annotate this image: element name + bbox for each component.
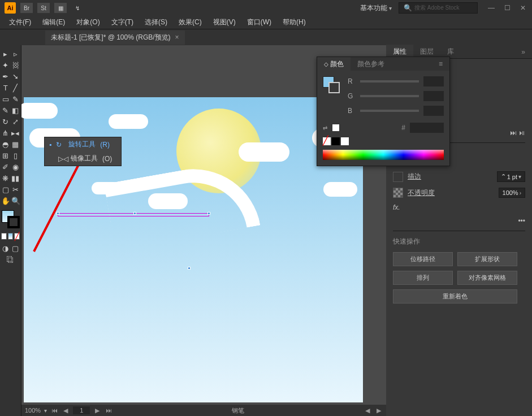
white-swatch[interactable] bbox=[341, 137, 349, 145]
stock-icon[interactable]: St bbox=[37, 3, 50, 13]
more-appearance-icon[interactable]: ••• bbox=[518, 217, 525, 225]
color-spectrum[interactable] bbox=[323, 150, 444, 160]
artboard-number[interactable]: 1 bbox=[73, 406, 90, 414]
menu-object[interactable]: 对象(O) bbox=[72, 16, 104, 28]
fill-stroke-swatch[interactable] bbox=[1, 210, 20, 228]
mesh-tool[interactable]: ⊞ bbox=[1, 150, 10, 161]
more-transform-icon[interactable]: ⏭ ⏯ bbox=[510, 129, 525, 137]
offset-path-button[interactable]: 位移路径 bbox=[393, 252, 453, 266]
cloud-shape[interactable] bbox=[239, 142, 289, 162]
type-tool[interactable]: T bbox=[1, 83, 10, 93]
close-button[interactable]: ✕ bbox=[518, 3, 527, 12]
rotate-tool[interactable]: ↻ bbox=[1, 116, 10, 127]
rectangle-tool[interactable]: ▭ bbox=[1, 94, 10, 104]
tab-color-guide[interactable]: 颜色参考 bbox=[351, 57, 391, 71]
flyout-mirror-tool[interactable]: ▷◁ 镜像工具 (O) bbox=[45, 151, 121, 166]
eraser-tool[interactable]: ◧ bbox=[11, 105, 20, 115]
eyedropper-tool[interactable]: ✐ bbox=[1, 162, 10, 172]
blend-tool[interactable]: ◉ bbox=[11, 162, 20, 172]
curvature-tool[interactable]: ➘ bbox=[11, 71, 20, 81]
menu-help[interactable]: 帮助(H) bbox=[278, 16, 310, 28]
magic-wand-tool[interactable]: ✦ bbox=[1, 60, 10, 70]
color-mode-none[interactable]: ╱ bbox=[14, 233, 20, 240]
stroke-weight-stepper[interactable]: ⌃1 pt▾ bbox=[497, 171, 525, 182]
anchor-point[interactable] bbox=[188, 267, 191, 270]
menu-effect[interactable]: 效果(C) bbox=[174, 16, 206, 28]
menu-select[interactable]: 选择(S) bbox=[140, 16, 172, 28]
scroll-left-icon[interactable]: ◀ bbox=[364, 406, 371, 414]
cloud-shape[interactable] bbox=[323, 182, 357, 197]
symbol-sprayer-tool[interactable]: ❋ bbox=[1, 173, 10, 183]
b-value[interactable] bbox=[423, 106, 444, 116]
gradient-tool[interactable]: ▯ bbox=[11, 150, 20, 161]
workspace-selector[interactable]: 基本功能 ▾ bbox=[353, 2, 399, 14]
color-panel[interactable]: ◇ 颜色 颜色参考 ≡ R G B ⇄ # ╱ bbox=[317, 57, 450, 166]
minimize-button[interactable]: — bbox=[487, 3, 496, 12]
scale-tool[interactable]: ⤢ bbox=[11, 116, 20, 127]
menu-view[interactable]: 视图(V) bbox=[209, 16, 240, 28]
swap-fill-stroke-icon[interactable]: ⇄ bbox=[323, 125, 327, 131]
stroke-swatch[interactable] bbox=[393, 172, 403, 182]
shape-builder-tool[interactable]: ◓ bbox=[1, 139, 10, 149]
draw-mode-icon[interactable]: ◑ bbox=[1, 243, 10, 253]
panel-expand-icon[interactable]: » bbox=[514, 46, 532, 58]
align-pixel-button[interactable]: 对齐像素网格 bbox=[457, 271, 517, 285]
menu-file[interactable]: 文件(F) bbox=[5, 16, 36, 28]
line-tool[interactable]: ╱ bbox=[11, 83, 20, 93]
paintbrush-tool[interactable]: ✎ bbox=[11, 94, 20, 104]
menu-edit[interactable]: 编辑(E) bbox=[38, 16, 70, 28]
g-slider[interactable] bbox=[360, 95, 419, 97]
black-swatch[interactable] bbox=[332, 137, 340, 145]
flyout-rotate-tool[interactable]: ▪ ↻ 旋转工具 (R) bbox=[45, 137, 121, 151]
expand-shape-button[interactable]: 扩展形状 bbox=[457, 252, 517, 266]
pen-tool[interactable]: ✒ bbox=[1, 71, 10, 81]
color-mode-normal[interactable] bbox=[1, 233, 7, 240]
screen-modes-icon[interactable]: ⿻ bbox=[2, 254, 20, 265]
document-tab[interactable]: 未标题-1 [已恢复]* @ 100% (RGB/预览) × bbox=[45, 31, 185, 45]
maximize-button[interactable]: ☐ bbox=[503, 3, 512, 12]
menu-type[interactable]: 文字(T) bbox=[107, 16, 138, 28]
graph-tool[interactable]: ▮▮ bbox=[11, 173, 20, 183]
color-mode-gradient[interactable] bbox=[8, 233, 14, 240]
first-artboard-icon[interactable]: ⏮ bbox=[50, 406, 58, 414]
opacity-swatch[interactable] bbox=[393, 188, 403, 198]
cloud-shape[interactable] bbox=[21, 103, 58, 119]
width-tool[interactable]: ⋔ bbox=[1, 128, 10, 138]
scroll-right-icon[interactable]: ▶ bbox=[375, 406, 383, 414]
selection-tool[interactable]: ▸ bbox=[1, 49, 10, 59]
lasso-tool[interactable]: ᯼ bbox=[11, 60, 20, 70]
panel-menu-icon[interactable]: ≡ bbox=[432, 58, 449, 70]
last-artboard-icon[interactable]: ⏭ bbox=[105, 406, 113, 414]
next-artboard-icon[interactable]: ▶ bbox=[93, 406, 101, 414]
artboard-tool[interactable]: ▢ bbox=[1, 184, 10, 194]
screen-mode-icon[interactable]: ▢ bbox=[11, 243, 20, 253]
opacity-stepper[interactable]: 100% › bbox=[499, 188, 525, 198]
menu-window[interactable]: 窗口(W) bbox=[243, 16, 276, 28]
gpu-icon[interactable]: ↯ bbox=[71, 3, 84, 13]
zoom-tool[interactable]: 🔍 bbox=[11, 196, 20, 206]
r-slider[interactable] bbox=[360, 80, 419, 83]
prev-artboard-icon[interactable]: ◀ bbox=[62, 406, 70, 414]
hex-input[interactable] bbox=[410, 123, 444, 133]
opacity-label[interactable]: 不透明度 bbox=[408, 188, 435, 198]
perspective-tool[interactable]: ▦ bbox=[11, 139, 20, 149]
r-value[interactable] bbox=[423, 76, 444, 86]
g-value[interactable] bbox=[423, 91, 444, 101]
hand-tool[interactable]: ✋ bbox=[1, 196, 10, 206]
search-stock-input[interactable]: 🔍 搜索 Adobe Stock bbox=[399, 2, 478, 14]
arrange-docs-icon[interactable]: ▦ bbox=[54, 3, 67, 13]
default-fill-icon[interactable] bbox=[332, 124, 340, 132]
cloud-shape[interactable] bbox=[109, 114, 148, 129]
direct-selection-tool[interactable]: ▹ bbox=[11, 49, 20, 59]
zoom-dropdown-icon[interactable]: ▾ bbox=[44, 408, 47, 414]
slice-tool[interactable]: ✂ bbox=[11, 184, 20, 194]
shaper-tool[interactable]: ✎ bbox=[1, 105, 10, 115]
stroke-label[interactable]: 描边 bbox=[408, 172, 421, 181]
recolor-button[interactable]: 重新着色 bbox=[393, 289, 517, 304]
free-transform-tool[interactable]: ▸◂ bbox=[11, 128, 20, 138]
none-swatch[interactable]: ╱ bbox=[323, 137, 331, 145]
fx-label[interactable]: fx. bbox=[393, 203, 400, 211]
b-slider[interactable] bbox=[360, 110, 419, 112]
arrange-button[interactable]: 排列 bbox=[393, 271, 453, 285]
zoom-level[interactable]: 100% bbox=[25, 407, 41, 414]
